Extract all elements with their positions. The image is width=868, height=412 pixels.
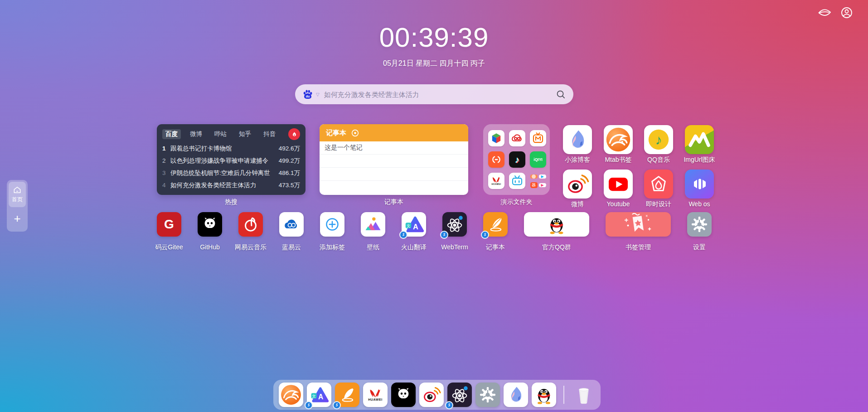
dock-qq-icon[interactable] <box>532 383 556 407</box>
search-bar[interactable]: du ▽ <box>295 84 573 104</box>
app-webterm[interactable] <box>442 212 467 237</box>
mini-play-icon: ▶ <box>539 183 546 187</box>
app-bookmark-manager[interactable] <box>606 212 671 237</box>
sidebar-add-page-button[interactable]: + <box>9 207 26 230</box>
app-lanyiyun[interactable] <box>279 212 304 237</box>
linked-badge-icon <box>445 401 453 409</box>
dock-huoshan-translate-icon[interactable]: A 文 <box>307 383 331 407</box>
douyin-icon[interactable]: ♪ <box>509 151 525 168</box>
baidu-engine-icon[interactable]: du <box>302 89 313 100</box>
dock-mtab-icon[interactable] <box>279 383 303 407</box>
hot-search-item[interactable]: 2 以色列总理涉嫌战争罪被申请逮捕令 499.2万 <box>162 155 300 167</box>
svg-text:du: du <box>306 95 310 98</box>
svg-text:A: A <box>318 393 323 401</box>
hot-search-widget: 百度 微博 哔站 知乎 抖音 1 跟着总书记打卡博物馆 492.6万 2 以色列… <box>157 124 305 195</box>
clock-time: 00:39:39 <box>0 22 868 53</box>
app-gitee[interactable]: G <box>157 212 181 237</box>
engine-dropdown-icon[interactable]: ▽ <box>316 92 320 97</box>
rank: 4 <box>162 182 170 189</box>
app-qq-music[interactable]: ♪ <box>644 125 673 154</box>
hot-title: 伊朗总统坠机细节:空难后几分钟离世 <box>170 169 275 177</box>
hot-search-tabs: 百度 微博 哔站 知乎 抖音 <box>162 129 300 140</box>
tab-zhihu[interactable]: 知乎 <box>236 129 254 139</box>
rank: 1 <box>162 145 170 152</box>
notepad-header: 记事本 <box>320 124 468 141</box>
iqiyi-icon[interactable]: iQIYI <box>530 151 546 168</box>
user-account-icon[interactable] <box>840 6 853 19</box>
search-icon[interactable] <box>556 89 566 100</box>
note-line[interactable] <box>320 181 468 194</box>
app-netease-music[interactable] <box>238 212 263 237</box>
hot-search-item[interactable]: 3 伊朗总统坠机细节:空难后几分钟离世 486.1万 <box>162 167 300 179</box>
app-wallpaper[interactable] <box>361 212 385 237</box>
app-mtab-bookmark[interactable] <box>604 125 633 154</box>
dock-webterm-icon[interactable] <box>447 383 472 407</box>
app-jishi-design[interactable] <box>644 170 673 199</box>
hot-title: 如何充分激发各类经营主体活力 <box>170 181 275 189</box>
demo-folder-widget[interactable]: ♪ iQIYI HUAWEI ▶ <box>483 124 550 195</box>
hot-search-item[interactable]: 1 跟着总书记打卡博物馆 492.6万 <box>162 142 300 155</box>
mango-tv-icon[interactable] <box>530 130 546 146</box>
svg-text:A: A <box>413 223 418 231</box>
svg-text:文: 文 <box>407 223 411 228</box>
app-youtube[interactable] <box>604 170 633 199</box>
app-weibo[interactable] <box>563 170 592 199</box>
notepad-title: 记事本 <box>326 129 346 137</box>
tencent-video-mini-icon: ▶ <box>539 174 546 179</box>
notepad-widget[interactable]: 记事本 这是一个笔记 <box>320 124 468 195</box>
svg-text:文: 文 <box>312 394 315 398</box>
folder-more-apps[interactable]: ▶ 器 ▶ <box>530 173 546 189</box>
app-label: 记事本 <box>468 243 523 252</box>
tab-weibo[interactable]: 微博 <box>187 129 205 139</box>
app-github[interactable] <box>198 212 222 237</box>
linked-badge-icon <box>440 231 448 239</box>
cube-app-icon[interactable] <box>488 130 504 146</box>
dock-notepad-icon[interactable] <box>335 383 359 407</box>
notepad-widget-label: 记事本 <box>320 198 468 206</box>
tab-bilibili[interactable]: 哔站 <box>211 129 230 139</box>
app-webos[interactable] <box>685 170 714 199</box>
hot-flame-icon[interactable] <box>288 128 300 140</box>
dock-github-icon[interactable] <box>391 383 416 407</box>
red-cloud-app-icon[interactable] <box>509 130 525 146</box>
tab-baidu[interactable]: 百度 <box>162 129 181 139</box>
hot-search-list: 1 跟着总书记打卡博物馆 492.6万 2 以色列总理涉嫌战争罪被申请逮捕令 4… <box>162 142 300 191</box>
theme-leaf-icon[interactable] <box>818 6 831 19</box>
dock-huawei-icon[interactable]: HUAWEI <box>363 383 388 407</box>
dock-weibo-icon[interactable] <box>419 383 444 407</box>
trash-icon[interactable] <box>572 383 596 407</box>
home-icon <box>13 185 22 194</box>
preview-eye-icon[interactable] <box>351 129 359 137</box>
bilibili-icon[interactable] <box>509 173 525 189</box>
hot-widget-label: 热搜 <box>157 198 305 206</box>
app-huoshan-translate[interactable]: A 文 <box>402 212 426 237</box>
hot-title: 以色列总理涉嫌战争罪被申请逮捕令 <box>170 157 275 165</box>
app-qq-group[interactable] <box>524 212 589 237</box>
app-notepad[interactable] <box>483 212 508 237</box>
hot-value: 486.1万 <box>279 169 300 177</box>
search-input[interactable] <box>324 91 556 98</box>
dock: A 文 <box>273 380 601 410</box>
dock-xiaotu-blog-icon[interactable] <box>504 383 528 407</box>
code-link-app-icon[interactable] <box>488 151 504 168</box>
huawei-icon[interactable]: HUAWEI <box>488 173 504 189</box>
note-line[interactable] <box>320 168 468 181</box>
app-label: 官方QQ群 <box>529 243 584 252</box>
dock-divider <box>563 386 564 404</box>
hot-title: 跟着总书记打卡博物馆 <box>170 145 275 153</box>
note-line[interactable]: 这是一个笔记 <box>320 141 468 155</box>
page-sidebar: 首页 + <box>7 180 28 232</box>
sidebar-home-button[interactable]: 首页 <box>9 182 26 207</box>
app-settings[interactable] <box>687 212 712 237</box>
desktop-background: 00:39:39 05月21日 星期二 四月十四 丙子 du ▽ <box>0 0 868 412</box>
tab-douyin[interactable]: 抖音 <box>260 129 279 139</box>
dock-settings-icon[interactable] <box>475 383 500 407</box>
app-imgurl[interactable] <box>685 125 714 154</box>
app-label: ImgUrl图床 <box>672 156 727 164</box>
app-xiaotu-blog[interactable] <box>563 125 592 154</box>
hot-search-item[interactable]: 4 如何充分激发各类经营主体活力 473.5万 <box>162 179 300 191</box>
note-line[interactable] <box>320 155 468 168</box>
mini-app-icon: 器 <box>530 182 538 188</box>
mini-app-icon <box>530 174 538 179</box>
add-bookmark-button[interactable] <box>320 212 344 237</box>
